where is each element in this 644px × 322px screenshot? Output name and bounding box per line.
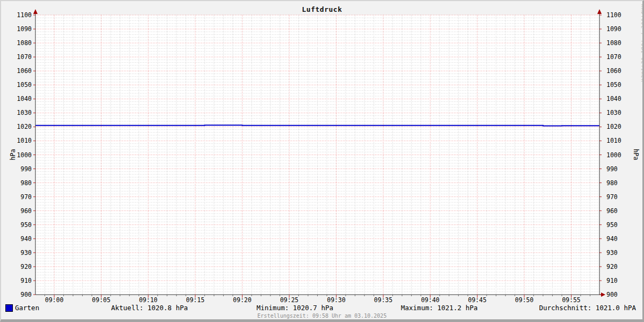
svg-text:09:20: 09:20 bbox=[233, 296, 252, 304]
svg-text:1070: 1070 bbox=[606, 53, 621, 61]
svg-text:910: 910 bbox=[20, 277, 32, 284]
chart-title: Luftdruck bbox=[0, 5, 644, 13]
creation-timestamp: Erstellungszeit: 09:58 Uhr am 03.10.2025 bbox=[0, 313, 644, 319]
svg-text:1030: 1030 bbox=[606, 109, 621, 116]
svg-text:1050: 1050 bbox=[17, 81, 32, 89]
svg-text:1070: 1070 bbox=[17, 53, 32, 61]
svg-text:1010: 1010 bbox=[606, 137, 621, 144]
series-color-swatch bbox=[5, 304, 13, 312]
svg-text:940: 940 bbox=[606, 235, 618, 243]
svg-text:09:40: 09:40 bbox=[421, 296, 440, 304]
svg-text:930: 930 bbox=[20, 249, 32, 257]
svg-text:RRDTOOL / TOBI OETIKER: RRDTOOL / TOBI OETIKER bbox=[640, 4, 644, 83]
svg-text:980: 980 bbox=[606, 179, 618, 187]
series-name-label: Garten bbox=[15, 304, 39, 312]
svg-text:1020: 1020 bbox=[606, 123, 621, 130]
svg-text:1030: 1030 bbox=[17, 109, 32, 116]
svg-text:950: 950 bbox=[20, 221, 32, 229]
svg-text:09:30: 09:30 bbox=[327, 296, 346, 304]
svg-text:09:05: 09:05 bbox=[92, 296, 111, 304]
svg-text:970: 970 bbox=[20, 193, 32, 201]
svg-text:1050: 1050 bbox=[606, 81, 621, 89]
svg-text:910: 910 bbox=[606, 277, 618, 284]
svg-text:920: 920 bbox=[606, 263, 618, 270]
stat-minimum: Minimum: 1020.7 hPa bbox=[257, 304, 333, 312]
svg-text:990: 990 bbox=[20, 165, 32, 173]
pressure-chart: 9009009109109209209309309409409509509609… bbox=[0, 0, 644, 322]
svg-text:1060: 1060 bbox=[17, 67, 32, 75]
series-line bbox=[35, 125, 599, 126]
svg-text:09:10: 09:10 bbox=[139, 296, 158, 304]
svg-text:970: 970 bbox=[606, 193, 618, 201]
svg-text:950: 950 bbox=[606, 221, 618, 229]
svg-text:1010: 1010 bbox=[17, 137, 32, 144]
rrdtool-watermark: RRDTOOL / TOBI OETIKER bbox=[640, 4, 644, 83]
svg-text:1090: 1090 bbox=[606, 25, 621, 33]
svg-text:960: 960 bbox=[606, 207, 618, 215]
svg-text:1080: 1080 bbox=[17, 39, 32, 47]
svg-text:1040: 1040 bbox=[606, 95, 621, 103]
svg-text:1060: 1060 bbox=[606, 67, 621, 75]
svg-text:hPa: hPa bbox=[9, 149, 17, 160]
svg-text:980: 980 bbox=[20, 179, 32, 187]
svg-text:09:55: 09:55 bbox=[562, 296, 581, 304]
svg-text:09:45: 09:45 bbox=[468, 296, 487, 304]
svg-text:09:00: 09:00 bbox=[45, 296, 64, 304]
svg-text:09:50: 09:50 bbox=[515, 296, 534, 304]
svg-text:1020: 1020 bbox=[17, 123, 32, 130]
stat-maximum: Maximum: 1021.2 hPa bbox=[401, 304, 478, 312]
svg-text:900: 900 bbox=[606, 291, 618, 298]
svg-text:hPa: hPa bbox=[632, 149, 640, 160]
svg-text:990: 990 bbox=[606, 165, 618, 173]
svg-text:1000: 1000 bbox=[17, 151, 32, 159]
svg-text:09:25: 09:25 bbox=[280, 296, 299, 304]
svg-text:960: 960 bbox=[20, 207, 32, 215]
svg-text:1000: 1000 bbox=[606, 151, 621, 159]
svg-text:09:15: 09:15 bbox=[186, 296, 204, 304]
legend-row: Garten Aktuell: 1020.8 hPa Minimum: 1020… bbox=[0, 304, 644, 312]
svg-text:1040: 1040 bbox=[17, 95, 32, 103]
svg-text:1080: 1080 bbox=[606, 39, 621, 47]
svg-text:1090: 1090 bbox=[17, 25, 32, 33]
stat-current: Aktuell: 1020.8 hPa bbox=[111, 304, 188, 312]
svg-text:920: 920 bbox=[20, 263, 32, 270]
svg-text:930: 930 bbox=[606, 249, 618, 257]
svg-text:900: 900 bbox=[20, 291, 32, 298]
stat-average: Durchschnitt: 1021.0 hPA bbox=[539, 304, 636, 312]
svg-text:09:35: 09:35 bbox=[374, 296, 393, 304]
svg-text:940: 940 bbox=[20, 235, 32, 243]
